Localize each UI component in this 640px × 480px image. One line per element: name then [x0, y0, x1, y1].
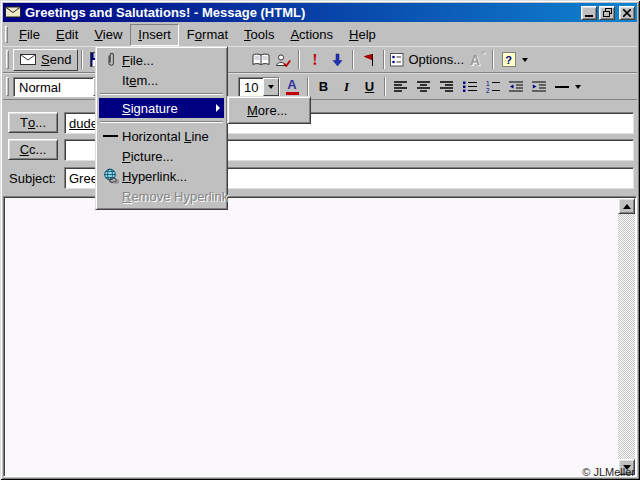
svg-text:1: 1: [486, 80, 490, 87]
italic-button[interactable]: I: [335, 76, 358, 98]
importance-high-icon: !: [312, 51, 317, 69]
menu-edit[interactable]: Edit: [48, 24, 86, 46]
envelope-icon: [5, 4, 21, 22]
options-label: Options...: [408, 52, 464, 67]
align-right-button[interactable]: [435, 76, 458, 98]
restore-button[interactable]: [599, 6, 615, 20]
arrow-up-icon: [623, 204, 631, 209]
minimize-icon: [585, 15, 593, 17]
menu-item-label: Remove Hyperlink: [122, 189, 228, 204]
bullets-icon: [462, 80, 478, 93]
menu-item-picture[interactable]: Picture...: [99, 146, 224, 166]
insert-horizontal-line-button[interactable]: [550, 76, 573, 98]
align-right-icon: [439, 80, 454, 93]
align-left-button[interactable]: [389, 76, 412, 98]
menu-actions[interactable]: Actions: [282, 24, 341, 46]
menu-item-signature[interactable]: Signature: [99, 98, 224, 118]
toolbar-separator: [492, 50, 494, 69]
watermark: © JLMeller: [582, 466, 635, 478]
importance-low-button[interactable]: [326, 49, 349, 71]
menu-tools[interactable]: Tools: [236, 24, 282, 46]
subject-label: Subject:: [9, 171, 56, 186]
menu-help[interactable]: Help: [341, 24, 384, 46]
font-size-combobox[interactable]: 10: [238, 77, 280, 97]
menu-separator: [100, 93, 223, 95]
chevron-down-icon: [575, 85, 581, 89]
signature-submenu: More...: [227, 96, 311, 124]
vertical-scrollbar[interactable]: [618, 198, 635, 475]
menu-file[interactable]: File: [11, 24, 48, 46]
autoformat-icon: A: [470, 52, 485, 68]
underline-button[interactable]: U: [358, 76, 381, 98]
menu-item-label: Item...: [122, 73, 212, 88]
send-label: Send: [41, 52, 71, 67]
help-button[interactable]: ?: [497, 49, 520, 71]
font-size-value: 10: [239, 78, 263, 96]
menu-item-label: Hyperlink...: [122, 169, 212, 184]
bullets-button[interactable]: [458, 76, 481, 98]
title-bar: Greetings and Salutations! - Message (HT…: [3, 3, 637, 22]
scrollbar-track[interactable]: [618, 214, 635, 459]
horizontal-line-icon: [555, 86, 569, 88]
menu-item-horizontal-line[interactable]: Horizontal Line: [99, 126, 224, 146]
menu-view[interactable]: View: [86, 24, 130, 46]
toolbar-grip[interactable]: [6, 50, 9, 69]
toolbar-grip[interactable]: [6, 77, 9, 96]
check-names-button[interactable]: [272, 49, 295, 71]
autoformat-button[interactable]: A: [466, 49, 489, 71]
cc-button[interactable]: Cc...: [8, 139, 58, 160]
importance-high-button[interactable]: !: [303, 49, 326, 71]
align-center-button[interactable]: [412, 76, 435, 98]
menu-item-label: More...: [247, 103, 307, 118]
to-button[interactable]: To...: [8, 112, 58, 133]
menu-item-file[interactable]: File...: [99, 50, 224, 70]
italic-icon: I: [344, 79, 349, 95]
increase-indent-button[interactable]: [527, 76, 550, 98]
flag-button[interactable]: [357, 49, 380, 71]
options-button[interactable]: Options...: [388, 49, 466, 71]
help-icon: ?: [502, 52, 516, 67]
chevron-down-icon: [522, 58, 528, 62]
close-button[interactable]: [619, 6, 635, 20]
importance-low-icon: [332, 53, 343, 67]
toolbar-separator: [384, 77, 386, 96]
toolbar-separator: [352, 50, 354, 69]
send-envelope-icon: [20, 54, 36, 65]
menu-item-hyperlink[interactable]: Hyperlink...: [99, 166, 224, 186]
menubar-grip[interactable]: [5, 26, 8, 43]
increase-indent-icon: [531, 80, 547, 93]
menu-item-more[interactable]: More...: [231, 100, 307, 120]
toolbar-separator: [298, 50, 300, 69]
window-title: Greetings and Salutations! - Message (HT…: [25, 5, 581, 20]
address-book-button[interactable]: [249, 49, 272, 71]
numbering-button[interactable]: 12: [481, 76, 504, 98]
send-button[interactable]: Send: [13, 49, 78, 71]
numbering-icon: 12: [485, 80, 501, 93]
horizontal-line-icon: [99, 135, 122, 137]
font-color-button[interactable]: A: [280, 76, 304, 98]
menu-item-item[interactable]: Item...: [99, 70, 224, 90]
menu-format[interactable]: Format: [179, 24, 236, 46]
decrease-indent-icon: [508, 80, 524, 93]
font-color-icon: A: [282, 79, 302, 95]
to-value: dude: [69, 116, 98, 131]
insert-menu: File... Item... Signature Horizontal Lin…: [95, 46, 228, 210]
address-book-icon: [252, 53, 270, 66]
menu-separator: [100, 121, 223, 123]
menu-item-remove-hyperlink: Remove Hyperlink: [99, 186, 224, 206]
menu-item-label: Horizontal Line: [122, 129, 212, 144]
toolbar-options-arrow[interactable]: [522, 58, 528, 62]
minimize-button[interactable]: [581, 6, 597, 20]
scroll-up-button[interactable]: [618, 198, 635, 214]
style-value: Normal: [14, 78, 93, 96]
globe-hyperlink-icon: [99, 168, 122, 184]
bold-button[interactable]: B: [312, 76, 335, 98]
toolbar-options-arrow[interactable]: [575, 85, 581, 89]
menu-item-label: Signature: [122, 101, 212, 116]
font-size-dropdown-button[interactable]: [263, 78, 279, 96]
decrease-indent-button[interactable]: [504, 76, 527, 98]
menu-bar: File Edit View Insert Format Tools Actio…: [3, 23, 637, 46]
menu-insert[interactable]: Insert: [130, 24, 179, 46]
paperclip-icon: [99, 52, 122, 68]
message-body[interactable]: [3, 196, 637, 477]
